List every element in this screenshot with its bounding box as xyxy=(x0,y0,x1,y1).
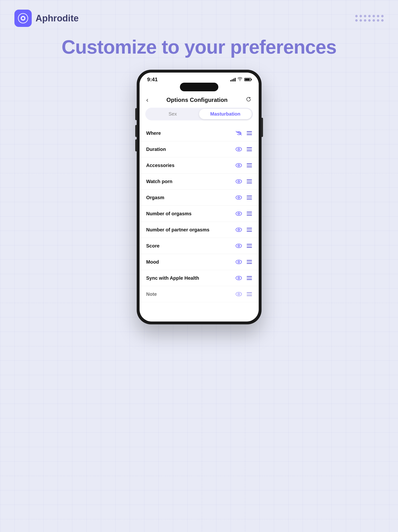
eye-icon-duration[interactable] xyxy=(235,146,242,153)
eye-icon-note[interactable] xyxy=(235,291,242,298)
option-mood: Mood xyxy=(140,254,259,270)
battery-icon xyxy=(244,78,251,81)
option-num-orgasms: Number of orgasms xyxy=(140,206,259,222)
option-controls-note xyxy=(235,291,252,298)
eye-icon-score[interactable] xyxy=(235,242,242,249)
drag-handle-duration[interactable] xyxy=(247,147,252,151)
tab-masturbation[interactable]: Masturbation xyxy=(199,109,252,119)
drag-handle-watch-porn[interactable] xyxy=(247,179,252,183)
eye-icon-watch-porn[interactable] xyxy=(235,178,242,185)
option-partner-orgasms: Number of partner orgasms xyxy=(140,222,259,238)
dynamic-island xyxy=(180,83,218,91)
eye-icon-apple-health[interactable] xyxy=(235,274,242,282)
svg-point-27 xyxy=(238,262,239,262)
navigation-bar: ‹ Options Configuration xyxy=(140,93,259,108)
option-controls-score xyxy=(235,242,252,249)
tab-sex[interactable]: Sex xyxy=(147,109,199,119)
option-controls-watch-porn xyxy=(235,178,252,185)
options-list: Where xyxy=(140,125,259,322)
drag-handle-mood[interactable] xyxy=(247,260,252,264)
eye-icon-orgasm[interactable] xyxy=(235,194,242,201)
option-controls-duration xyxy=(235,146,252,153)
option-label-apple-health: Sync with Apple Health xyxy=(146,275,199,281)
tab-selector[interactable]: Sex Masturbation xyxy=(145,108,253,120)
svg-point-18 xyxy=(238,213,239,214)
svg-point-30 xyxy=(238,278,239,279)
option-label-mood: Mood xyxy=(146,259,159,265)
header: Aphrodite xyxy=(14,10,384,27)
drag-handle-orgasm[interactable] xyxy=(247,196,252,199)
svg-point-6 xyxy=(238,149,239,150)
wifi-icon xyxy=(237,77,242,82)
drag-handle-where[interactable] xyxy=(247,131,252,135)
option-label-score: Score xyxy=(146,243,160,249)
option-label-partner-orgasms: Number of partner orgasms xyxy=(146,227,209,233)
back-button[interactable]: ‹ xyxy=(146,96,149,104)
eye-icon-num-orgasms[interactable] xyxy=(235,210,242,217)
eye-icon-partner-orgasms[interactable] xyxy=(235,226,242,233)
option-note: Note xyxy=(140,286,259,302)
app-logo-icon xyxy=(14,10,32,27)
phone-mockup: 9:41 xyxy=(137,70,261,324)
drag-handle-score[interactable] xyxy=(247,244,252,248)
svg-point-21 xyxy=(238,229,239,230)
status-time: 9:41 xyxy=(147,76,158,83)
option-label-watch-porn: Watch porn xyxy=(146,179,173,184)
option-controls-apple-health xyxy=(235,274,252,282)
eye-icon-mood[interactable] xyxy=(235,258,242,266)
eye-icon-accessories[interactable] xyxy=(235,162,242,169)
eye-hidden-icon-where[interactable] xyxy=(235,130,242,137)
option-orgasm: Orgasm xyxy=(140,190,259,206)
option-label-where: Where xyxy=(146,131,161,136)
screen-title: Options Configuration xyxy=(167,97,228,103)
drag-handle-accessories[interactable] xyxy=(247,163,252,167)
phone-screen: 9:41 xyxy=(140,73,259,322)
svg-point-24 xyxy=(238,246,239,246)
option-label-orgasm: Orgasm xyxy=(146,195,165,200)
option-label-note: Note xyxy=(146,291,157,297)
option-controls-num-orgasms xyxy=(235,210,252,217)
svg-point-9 xyxy=(238,165,239,166)
option-controls-where xyxy=(235,130,252,137)
logo-area: Aphrodite xyxy=(14,10,79,27)
drag-handle-note[interactable] xyxy=(247,292,252,296)
option-apple-health: Sync with Apple Health xyxy=(140,270,259,286)
svg-point-33 xyxy=(238,294,239,295)
svg-point-2 xyxy=(22,17,24,19)
refresh-button[interactable] xyxy=(245,96,252,104)
option-controls-accessories xyxy=(235,162,252,169)
drag-handle-partner-orgasms[interactable] xyxy=(247,228,252,232)
svg-point-15 xyxy=(238,197,239,198)
option-label-num-orgasms: Number of orgasms xyxy=(146,211,192,216)
svg-point-12 xyxy=(238,181,239,182)
phone-frame: 9:41 xyxy=(137,70,261,324)
app-logo-text: Aphrodite xyxy=(36,13,79,24)
option-label-accessories: Accessories xyxy=(146,163,175,168)
status-icons xyxy=(230,77,251,82)
option-controls-partner-orgasms xyxy=(235,226,252,233)
option-accessories: Accessories xyxy=(140,157,259,173)
option-controls-orgasm xyxy=(235,194,252,201)
page-headline: Customize to your preferences xyxy=(0,36,398,58)
drag-handle-apple-health[interactable] xyxy=(247,276,252,280)
decorative-dots xyxy=(355,15,384,22)
option-score: Score xyxy=(140,238,259,254)
option-duration: Duration xyxy=(140,141,259,157)
drag-handle-num-orgasms[interactable] xyxy=(247,212,252,215)
signal-icon xyxy=(230,78,236,82)
option-controls-mood xyxy=(235,258,252,266)
option-where: Where xyxy=(140,125,259,141)
option-label-duration: Duration xyxy=(146,146,166,152)
option-watch-porn: Watch porn xyxy=(140,173,259,190)
